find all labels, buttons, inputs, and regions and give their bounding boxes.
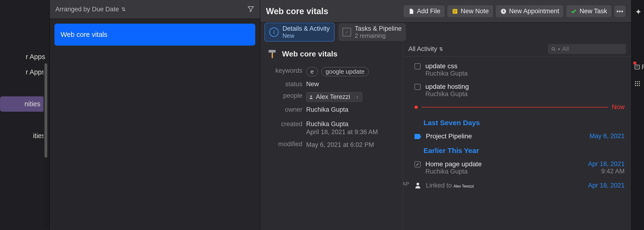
apps-grid-icon[interactable]: [634, 80, 641, 88]
notification-dot-icon: [633, 61, 636, 65]
activity-date: Apr 18, 2021: [588, 182, 624, 189]
task-owner: Ruchika Gupta: [426, 91, 624, 98]
detail-header: Web core vitals Add File New Note New Ap…: [260, 0, 631, 23]
keyword-tag[interactable]: google update: [321, 67, 369, 76]
modified-label: modified: [267, 140, 302, 148]
new-task-button[interactable]: New Task: [566, 5, 611, 17]
task-item[interactable]: update hosting Ruchika Gupta: [414, 83, 624, 98]
created-at: April 18, 2021 at 9:36 AM: [306, 128, 396, 136]
keyword-tag[interactable]: e: [306, 67, 318, 76]
checkbox[interactable]: [414, 63, 421, 69]
filter-icon[interactable]: [247, 5, 254, 13]
activity-row-link[interactable]: Linked to Alex Terezzi Apr 18, 2021: [414, 182, 624, 189]
now-divider: Now: [414, 104, 624, 111]
svg-point-16: [639, 81, 640, 82]
sort-label: Arranged by Due Date: [55, 6, 119, 13]
svg-rect-11: [635, 65, 640, 69]
more-button[interactable]: •••: [614, 6, 626, 17]
activity-time: 9:42 AM: [588, 168, 624, 175]
outer-sidebar-item[interactable]: r Apps: [0, 49, 50, 64]
activity-filter-dropdown[interactable]: All Activity ⇅: [408, 45, 443, 53]
owner-label: owner: [267, 106, 302, 113]
activity-search[interactable]: ▾: [548, 44, 626, 54]
chevron-down-icon: ▾: [558, 47, 560, 51]
keywords-label: keywords: [267, 67, 302, 74]
svg-point-22: [639, 85, 640, 86]
svg-point-20: [635, 85, 636, 86]
svg-rect-6: [268, 50, 276, 53]
sort-arrows-icon: ⇅: [439, 46, 443, 52]
note-icon: [452, 8, 458, 15]
scrollbar-thumb[interactable]: [44, 63, 47, 158]
extensions-icon[interactable]: ✦: [635, 7, 642, 16]
svg-point-17: [635, 83, 636, 84]
svg-point-19: [639, 83, 640, 84]
outer-sidebar: r Apps r Apps nities ities: [0, 0, 50, 230]
people-label: people: [267, 92, 302, 100]
checkmark-icon: [570, 8, 577, 15]
search-input[interactable]: [562, 45, 623, 53]
tab-row: i Details & Activity New ✓ Tasks & Pipel…: [260, 23, 631, 42]
svg-point-10: [416, 183, 419, 186]
now-dot-icon: [414, 106, 418, 109]
person-icon: [414, 182, 421, 188]
file-icon: [408, 8, 414, 15]
tab-title: Tasks & Pipeline: [355, 25, 402, 32]
linked-prefix: Linked to: [426, 182, 454, 189]
activity-row-done[interactable]: Home page update Ruchika Gupta Apr 18, 2…: [414, 160, 624, 175]
person-icon: [309, 95, 314, 100]
search-icon: [551, 46, 556, 52]
outer-sidebar-item[interactable]: r Apps: [0, 64, 50, 80]
new-note-button[interactable]: New Note: [448, 5, 493, 17]
created-by: Ruchika Gupta: [306, 120, 396, 128]
activity-pane: All Activity ⇅ ▾ update css Ruchi: [403, 42, 631, 230]
activity-title: Project Pipeline: [426, 132, 584, 140]
tab-tasks-pipeline[interactable]: ✓ Tasks & Pipeline 2 remaining: [338, 23, 406, 41]
tab-subtitle: 2 remaining: [355, 32, 402, 39]
activity-title: Home page update: [426, 160, 583, 168]
tab-title: Details & Activity: [282, 25, 330, 32]
new-appointment-button[interactable]: New Appointment: [496, 5, 564, 17]
outer-sidebar-item[interactable]: ities: [0, 128, 50, 144]
tab-subtitle: New: [282, 32, 330, 39]
project-title: Web core vitals: [282, 50, 338, 58]
svg-point-8: [552, 47, 554, 50]
section-last-seven: Last Seven Days: [424, 119, 624, 127]
outer-sidebar-item[interactable]: nities: [0, 96, 45, 112]
detail-title: Web core vitals: [266, 6, 401, 16]
modified-at: May 6, 2021 at 6:02 PM: [306, 140, 396, 149]
list-column: Arranged by Due Date ⇅ Web core vitals: [50, 0, 260, 230]
hammer-icon: [267, 49, 277, 59]
details-pane: Web core vitals keywords e google update…: [260, 42, 403, 230]
status-value: New: [306, 81, 396, 88]
sort-control[interactable]: Arranged by Due Date ⇅: [55, 6, 126, 13]
pipeline-icon: [414, 134, 421, 139]
ap-label: AP: [403, 181, 409, 187]
section-earlier: Earlier This Year: [424, 147, 624, 155]
task-owner: Ruchika Gupta: [426, 70, 624, 77]
svg-point-14: [635, 81, 636, 82]
svg-point-15: [637, 81, 638, 82]
activity-date: Apr 18, 2021: [588, 160, 624, 168]
activity-owner: Ruchika Gupta: [426, 168, 583, 175]
task-title: update css: [426, 62, 624, 70]
created-label: created: [267, 120, 302, 128]
svg-point-7: [310, 95, 312, 97]
clock-icon: [500, 8, 507, 15]
person-chip[interactable]: Alex Terezzi ›: [306, 92, 362, 102]
task-item[interactable]: update css Ruchika Gupta: [414, 62, 624, 77]
list-header: Arranged by Due Date ⇅: [50, 0, 260, 19]
status-label: status: [267, 81, 302, 88]
owner-value: Ruchika Gupta: [306, 106, 396, 113]
sort-arrows-icon: ⇅: [121, 6, 126, 12]
checkbox[interactable]: [414, 84, 421, 90]
linked-person: Alex Terezzi: [454, 184, 474, 188]
list-item-web-core-vitals[interactable]: Web core vitals: [54, 24, 255, 46]
detail-column: Web core vitals Add File New Note New Ap…: [260, 0, 632, 230]
add-file-button[interactable]: Add File: [404, 5, 444, 17]
right-strip: ✦ R: [632, 0, 644, 230]
tab-details-activity[interactable]: i Details & Activity New: [264, 23, 334, 42]
checkbox-checked[interactable]: [414, 161, 421, 167]
activity-date: May 6, 2021: [589, 132, 624, 140]
activity-row-pipeline[interactable]: Project Pipeline May 6, 2021: [414, 132, 624, 140]
